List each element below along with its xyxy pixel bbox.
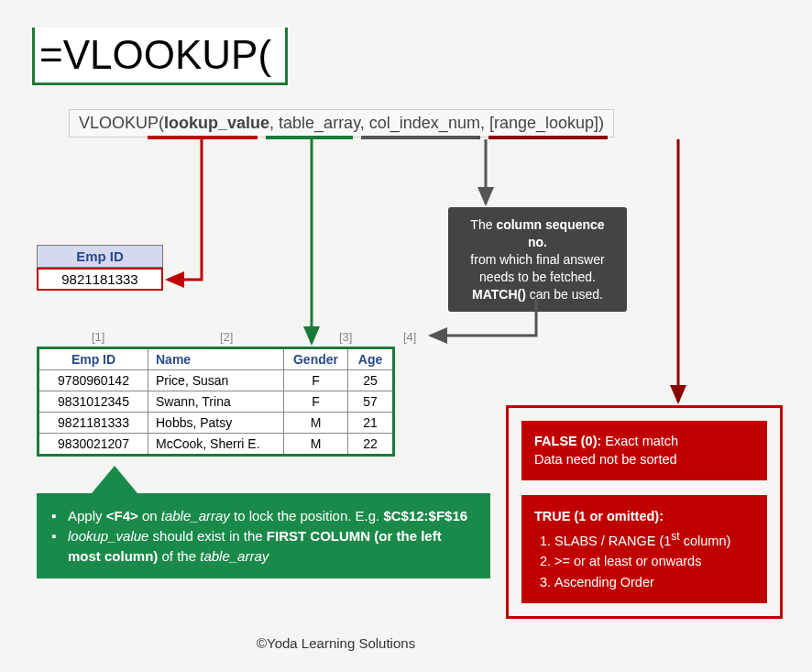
th-age: Age [348,348,394,370]
true-match-info: TRUE (1 or omitted): SLABS / RANGE (1st … [521,495,767,604]
green-callout-pointer [92,466,137,493]
table-header-row: Emp ID Name Gender Age [38,348,394,370]
employee-data-table: Emp ID Name Gender Age 9780960142Price, … [37,347,395,457]
table-row: 9780960142Price, SusanF25 [38,370,394,391]
th-name: Name [148,348,284,370]
formula-text: =VLOOKUP( [39,32,271,77]
empid-header-cell: Emp ID [37,245,163,268]
formula-input-box[interactable]: =VLOOKUP( [32,28,288,85]
table-row: 9821181333Hobbs, PatsyM21 [38,413,394,434]
th-gender: Gender [284,348,348,370]
range-lookup-explanation: FALSE (0): Exact match Data need not be … [506,405,783,619]
syntax-arg-col: col_index_num [369,114,480,132]
th-empid: Emp ID [38,348,148,370]
table-row: 9830021207McCook, Sherri E.M22 [38,434,394,456]
syntax-arg-table: table_array [279,114,360,132]
copyright-text: ©Yoda Learning Solutions [257,635,415,651]
table-array-tips: Apply <F4> on table_array to lock the po… [37,493,490,578]
empid-value-cell[interactable]: 9821181333 [37,268,163,291]
syntax-fn: VLOOKUP( [79,114,164,132]
false-match-info: FALSE (0): Exact match Data need not be … [521,421,767,480]
syntax-arg-range: [range_lookup] [489,114,598,132]
underline-col-index [361,136,480,139]
underline-range-lookup [488,136,608,139]
syntax-tooltip: VLOOKUP(lookup_value, table_array, col_i… [69,109,614,138]
syntax-arg-lookup: lookup_value [164,114,269,132]
table-row: 9831012345Swann, TrinaF57 [38,391,394,413]
underline-table-array [266,136,353,139]
col-index-explanation: The column sequence no. from which final… [448,207,627,312]
underline-lookup-value [148,136,258,139]
